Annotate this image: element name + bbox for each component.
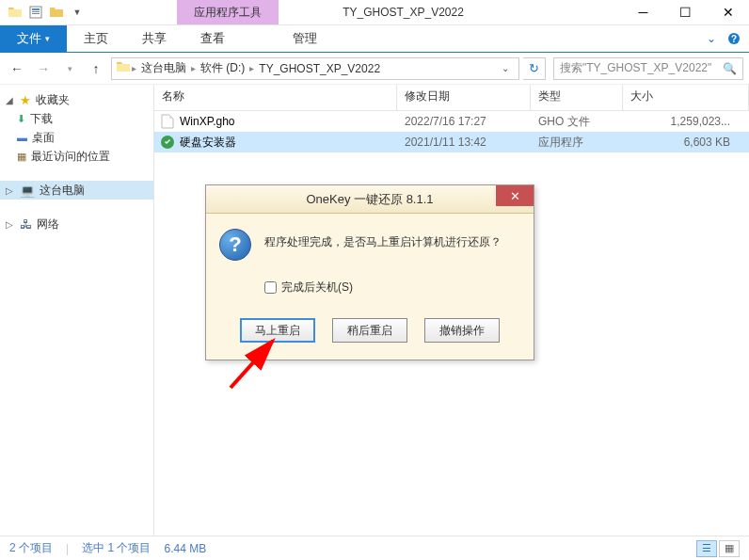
window-controls: ─ ☐ ✕ bbox=[622, 0, 749, 24]
file-type: 应用程序 bbox=[531, 135, 623, 151]
download-icon: ⬇ bbox=[17, 113, 25, 125]
file-size: 1,259,023... bbox=[623, 115, 749, 128]
maximize-button[interactable]: ☐ bbox=[664, 0, 707, 24]
sidebar-favorites[interactable]: ◢ ★ 收藏夹 bbox=[0, 90, 153, 109]
desktop-icon: ▬ bbox=[17, 132, 27, 143]
restart-later-button[interactable]: 稍后重启 bbox=[332, 318, 407, 343]
file-date: 2022/7/16 17:27 bbox=[397, 115, 531, 128]
column-type[interactable]: 类型 bbox=[531, 85, 623, 110]
column-size[interactable]: 大小 bbox=[623, 85, 749, 110]
status-bar: 2 个项目 | 选中 1 个项目 6.44 MB ☰ ▦ bbox=[0, 536, 749, 560]
search-placeholder: 搜索"TY_GHOST_XP_V2022" bbox=[560, 60, 711, 76]
dialog-buttons: 马上重启 稍后重启 撤销操作 bbox=[219, 318, 520, 343]
file-type: GHO 文件 bbox=[531, 114, 623, 130]
search-box[interactable]: 搜索"TY_GHOST_XP_V2022" 🔍 bbox=[553, 57, 743, 80]
nav-bar: ← → ▾ ↑ ▸ 这台电脑 ▸ 软件 (D:) ▸ TY_GHOST_XP_V… bbox=[0, 53, 749, 85]
file-tab[interactable]: 文件▾ bbox=[0, 25, 67, 52]
tab-view[interactable]: 查看 bbox=[183, 25, 242, 52]
sidebar-label: 收藏夹 bbox=[36, 92, 70, 108]
tab-home[interactable]: 主页 bbox=[67, 25, 125, 52]
status-item-count: 2 个项目 bbox=[9, 540, 53, 556]
svg-rect-2 bbox=[32, 11, 40, 12]
help-icon[interactable]: ? bbox=[725, 29, 743, 48]
details-view-button[interactable]: ☰ bbox=[696, 540, 717, 557]
tab-share[interactable]: 共享 bbox=[125, 25, 183, 52]
breadcrumb-sep[interactable]: ▸ bbox=[131, 63, 137, 73]
back-button[interactable]: ← bbox=[6, 57, 28, 80]
dialog-message: 程序处理完成，是否马上重启计算机进行还原？ bbox=[264, 229, 502, 250]
computer-icon: 💻 bbox=[20, 184, 35, 198]
tab-manage[interactable]: 管理 bbox=[276, 25, 334, 52]
ribbon-tabs: 文件▾ 主页 共享 查看 管理 ⌄ ? bbox=[0, 25, 749, 52]
svg-text:?: ? bbox=[731, 34, 737, 44]
breadcrumb[interactable]: ▸ 这台电脑 ▸ 软件 (D:) ▸ TY_GHOST_XP_V2022 ⌄ bbox=[111, 57, 519, 80]
file-name: WinXP.gho bbox=[180, 115, 234, 128]
svg-rect-1 bbox=[32, 8, 40, 10]
search-icon[interactable]: 🔍 bbox=[723, 62, 737, 75]
file-size: 6,603 KB bbox=[623, 136, 749, 149]
file-row[interactable]: 硬盘安装器 2021/1/11 13:42 应用程序 6,603 KB bbox=[154, 132, 749, 152]
expand-ribbon-icon[interactable]: ⌄ bbox=[702, 29, 721, 48]
sidebar-thispc[interactable]: ▷ 💻 这台电脑 bbox=[0, 181, 153, 200]
context-tab-apps: 应用程序工具 bbox=[177, 0, 279, 24]
up-button[interactable]: ↑ bbox=[85, 57, 107, 80]
breadcrumb-item[interactable]: TY_GHOST_XP_V2022 bbox=[255, 62, 384, 75]
file-list: WinXP.gho 2022/7/16 17:27 GHO 文件 1,259,0… bbox=[154, 111, 749, 152]
dialog-title-bar[interactable]: OneKey 一键还原 8.1.1 ✕ bbox=[206, 185, 534, 214]
refresh-button[interactable]: ↻ bbox=[523, 57, 546, 80]
recent-icon: ▦ bbox=[17, 151, 26, 163]
breadcrumb-sep[interactable]: ▸ bbox=[190, 63, 197, 73]
checkbox-label: 完成后关机(S) bbox=[281, 280, 353, 296]
breadcrumb-item[interactable]: 这台电脑 bbox=[137, 60, 190, 76]
qat-dropdown-icon[interactable]: ▼ bbox=[68, 3, 87, 22]
new-folder-icon[interactable] bbox=[47, 3, 66, 22]
sidebar-desktop[interactable]: ▬ 桌面 bbox=[0, 128, 153, 147]
close-button[interactable]: ✕ bbox=[707, 0, 749, 24]
properties-icon[interactable] bbox=[26, 3, 45, 22]
file-date: 2021/1/11 13:42 bbox=[397, 136, 531, 149]
restart-now-button[interactable]: 马上重启 bbox=[240, 318, 315, 343]
question-icon: ? bbox=[219, 229, 251, 261]
file-icon bbox=[160, 114, 175, 129]
column-name[interactable]: 名称 bbox=[154, 85, 397, 110]
onekey-dialog: OneKey 一键还原 8.1.1 ✕ ? 程序处理完成，是否马上重启计算机进行… bbox=[205, 184, 534, 360]
breadcrumb-sep[interactable]: ▸ bbox=[248, 63, 255, 73]
cancel-button[interactable]: 撤销操作 bbox=[424, 318, 500, 343]
expand-icon[interactable]: ▷ bbox=[6, 219, 15, 230]
column-headers: 名称 修改日期 类型 大小 bbox=[154, 85, 749, 111]
navigation-pane: ◢ ★ 收藏夹 ⬇ 下载 ▬ 桌面 ▦ 最近访问的位置 ▷ 💻 这台电脑 bbox=[0, 85, 154, 536]
sidebar-label: 桌面 bbox=[32, 130, 55, 146]
status-size: 6.44 MB bbox=[164, 542, 206, 555]
folder-icon bbox=[6, 3, 24, 22]
sidebar-network[interactable]: ▷ 🖧 网络 bbox=[0, 215, 153, 233]
forward-button[interactable]: → bbox=[32, 57, 55, 80]
shutdown-checkbox[interactable]: 完成后关机(S) bbox=[264, 280, 520, 296]
column-date[interactable]: 修改日期 bbox=[397, 85, 531, 110]
title-bar: ▼ 应用程序工具 TY_GHOST_XP_V2022 ─ ☐ ✕ bbox=[0, 0, 749, 25]
file-name: 硬盘安装器 bbox=[180, 135, 236, 151]
sidebar-label: 最近访问的位置 bbox=[31, 149, 110, 165]
sidebar-downloads[interactable]: ⬇ 下载 bbox=[0, 109, 153, 128]
app-icon bbox=[160, 135, 175, 150]
svg-rect-3 bbox=[32, 13, 40, 14]
window-title: TY_GHOST_XP_V2022 bbox=[279, 0, 622, 24]
star-icon: ★ bbox=[20, 93, 31, 107]
sidebar-label: 这台电脑 bbox=[40, 183, 85, 199]
network-icon: 🖧 bbox=[20, 217, 32, 232]
dialog-body: ? 程序处理完成，是否马上重启计算机进行还原？ 完成后关机(S) 马上重启 稍后… bbox=[206, 214, 534, 360]
minimize-button[interactable]: ─ bbox=[622, 0, 664, 24]
history-dropdown[interactable]: ▾ bbox=[58, 57, 81, 80]
checkbox-input[interactable] bbox=[264, 281, 277, 294]
expand-icon[interactable]: ▷ bbox=[6, 185, 15, 196]
breadcrumb-item[interactable]: 软件 (D:) bbox=[197, 60, 248, 76]
folder-icon bbox=[116, 60, 131, 76]
collapse-icon[interactable]: ◢ bbox=[6, 95, 15, 105]
icons-view-button[interactable]: ▦ bbox=[719, 540, 740, 557]
sidebar-recent[interactable]: ▦ 最近访问的位置 bbox=[0, 147, 153, 166]
file-row[interactable]: WinXP.gho 2022/7/16 17:27 GHO 文件 1,259,0… bbox=[154, 111, 749, 132]
breadcrumb-dropdown[interactable]: ⌄ bbox=[496, 63, 515, 73]
dialog-title: OneKey 一键还原 8.1.1 bbox=[306, 191, 433, 208]
dialog-close-button[interactable]: ✕ bbox=[496, 185, 534, 206]
status-selected-count: 选中 1 个项目 bbox=[82, 540, 151, 556]
sidebar-label: 下载 bbox=[30, 111, 53, 127]
